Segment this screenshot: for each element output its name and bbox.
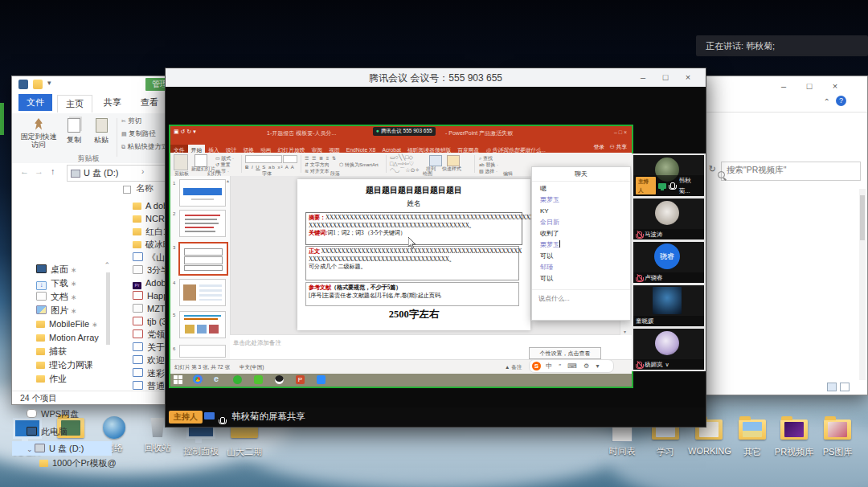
- breadcrumb[interactable]: U 盘 (D:) ›: [67, 165, 173, 182]
- edge-icon[interactable]: e: [214, 374, 219, 383]
- minimize-icon[interactable]: –: [772, 80, 795, 92]
- ppt-quick-access-icons[interactable]: ▣ ↺ ↻ ▾: [174, 129, 196, 135]
- powerpoint-icon[interactable]: P: [296, 375, 305, 384]
- participant-tile[interactable]: 骁睿 卢骁睿: [632, 240, 706, 284]
- ppt-window-controls[interactable]: – □ ×: [614, 129, 627, 135]
- ime-mode-icons[interactable]: 中 ″ ⌨ ⚙ ▾: [546, 362, 601, 370]
- layout-button[interactable]: ▭ 版式 ·: [215, 155, 234, 162]
- ppt-tab-view[interactable]: 视图: [326, 145, 343, 153]
- desktop-icon-ps-library[interactable]: PS图库: [817, 413, 858, 458]
- select-button[interactable]: ▧ 选择 ·: [479, 168, 497, 174]
- paste-button[interactable]: [174, 154, 188, 170]
- sidebar-item-motion-array[interactable]: Motion Array: [36, 331, 99, 345]
- meeting-app-icon[interactable]: [317, 375, 326, 384]
- ppt-login-button[interactable]: 登录: [593, 143, 604, 151]
- sidebar-item-this-pc[interactable]: 此电脑: [27, 425, 68, 439]
- search-input[interactable]: [725, 164, 845, 175]
- text-direction-button[interactable]: ⇵ 文字方向: [305, 162, 330, 168]
- participant-tile[interactable]: 童晓媛: [632, 284, 706, 328]
- participant-tile[interactable]: 杨媚岚 ∨: [632, 327, 706, 371]
- quick-access-icon[interactable]: [33, 80, 43, 89]
- qq-icon[interactable]: [275, 375, 284, 384]
- ppt-tab-baidu[interactable]: 百度网盘: [454, 145, 482, 153]
- ppt-tab-review[interactable]: 审阅: [309, 145, 326, 153]
- tell-me-box[interactable]: ◎ 告诉我你想要做什么...: [482, 145, 549, 153]
- scrollbar[interactable]: [859, 189, 866, 380]
- maximize-icon[interactable]: □: [654, 71, 677, 84]
- search-box[interactable]: [721, 162, 861, 181]
- font-size-box[interactable]: [283, 155, 297, 163]
- close-icon[interactable]: ×: [677, 71, 699, 84]
- list-view-icon[interactable]: [840, 383, 850, 391]
- slide[interactable]: 题目题目题目题目题目题目 姓名 摘要：XXXXXXXXXXXXXXXXXXXXX…: [297, 179, 530, 330]
- scroll-down-icon[interactable]: ▾: [624, 329, 626, 334]
- ppt-tab-design[interactable]: 设计: [223, 145, 240, 153]
- desktop-icon-pr-library[interactable]: PR视频库: [773, 413, 815, 458]
- chevron-down-icon[interactable]: ∨: [665, 359, 669, 370]
- sidebar-item-capture[interactable]: 捕获: [36, 345, 67, 358]
- scroll-up-icon[interactable]: ▴: [227, 178, 229, 183]
- notes-toggle[interactable]: ▲ 备注: [505, 364, 522, 371]
- sidebar-item-theory-course[interactable]: 理论力网课: [36, 358, 93, 372]
- font-name-box[interactable]: [245, 155, 282, 163]
- ppt-tab-animations[interactable]: 动画: [257, 145, 275, 153]
- start-icon[interactable]: [174, 375, 182, 384]
- forward-icon[interactable]: →: [35, 166, 43, 176]
- sidebar-item-mobilefile[interactable]: MobileFile ∗: [36, 317, 98, 332]
- quick-access-dropdown-icon[interactable]: ▾: [47, 79, 51, 87]
- close-icon[interactable]: ×: [824, 80, 846, 92]
- replace-button[interactable]: ab 替换 ·: [479, 162, 498, 168]
- font-style-buttons[interactable]: B I U S ab x² A A: [245, 164, 295, 170]
- minimize-icon[interactable]: –: [632, 71, 654, 84]
- sidebar-item-pr-templates[interactable]: 1000个Pr模板@: [39, 456, 117, 470]
- up-icon[interactable]: ↑: [51, 166, 55, 176]
- participant-tile-host[interactable]: 主持人 韩秋菊...: [632, 153, 706, 198]
- sidebar-item-downloads[interactable]: ↓下载 ∗: [36, 276, 77, 291]
- copy-path-button[interactable]: ▤ 复制路径: [121, 128, 156, 140]
- ppt-tab-insert[interactable]: 插入: [205, 145, 223, 153]
- chat-input[interactable]: [537, 294, 624, 303]
- tab-home[interactable]: 主页: [57, 95, 92, 113]
- tab-file[interactable]: 文件: [18, 94, 52, 111]
- scrollbar-thumb[interactable]: [860, 195, 865, 240]
- search-icon[interactable]: [718, 171, 725, 178]
- desktop-icon-other[interactable]: 其它: [731, 413, 773, 458]
- arrange-icon[interactable]: [429, 155, 442, 166]
- 360-icon[interactable]: [233, 375, 242, 384]
- file-row[interactable]: MZT: [133, 303, 166, 315]
- sidebar-item-usb-drive[interactable]: ⌄ U 盘 (D:): [27, 442, 84, 456]
- ppt-tab-file[interactable]: 文件: [170, 145, 188, 153]
- slide-thumbnail-3-selected[interactable]: [178, 242, 228, 276]
- slide-thumbnail-4[interactable]: [179, 279, 226, 306]
- participant-tile[interactable]: 马波涛: [632, 197, 706, 241]
- slide-thumbnail-1[interactable]: [179, 179, 226, 207]
- sidebar-item-pictures[interactable]: 图片 ∗: [36, 304, 77, 318]
- ppt-tab-slideshow[interactable]: 幻灯片放映: [275, 145, 309, 153]
- tab-view[interactable]: 查看: [133, 94, 166, 111]
- paste-shortcut-button[interactable]: ⧉ 粘贴快捷方式: [121, 141, 168, 153]
- ppt-tab-acrobat[interactable]: Acrobat: [379, 145, 403, 153]
- column-header-name[interactable]: 名称: [136, 182, 154, 194]
- refresh-icon[interactable]: ↻: [709, 164, 716, 174]
- wechat-icon[interactable]: [254, 375, 263, 384]
- ribbon-collapse-icon[interactable]: ⌃: [824, 97, 830, 106]
- slide-thumbnail-6[interactable]: [179, 345, 226, 358]
- ppt-tab-home[interactable]: 开始: [188, 145, 206, 153]
- scroll-up-icon[interactable]: ⌃: [104, 261, 110, 269]
- reset-button[interactable]: ↺ 重置: [215, 162, 231, 168]
- ppt-share-button[interactable]: ⚇ 共享: [609, 143, 627, 151]
- cut-button[interactable]: ✂ 剪切: [121, 115, 141, 127]
- tab-share[interactable]: 共享: [96, 94, 129, 111]
- list-align-buttons[interactable]: ☰ ☰ ≣ ≡ ⇅: [305, 155, 337, 162]
- help-icon[interactable]: ?: [836, 96, 846, 106]
- details-view-icon[interactable]: [827, 383, 837, 391]
- quick-styles-icon[interactable]: [447, 155, 460, 166]
- sidebar-item-desktop[interactable]: 桌面 ∗: [36, 263, 77, 277]
- sogou-input-bar[interactable]: S 中 ″ ⌨ ⚙ ▾: [529, 359, 614, 373]
- sidebar-item-homework[interactable]: 作业: [36, 372, 67, 386]
- sidebar-item-documents[interactable]: 文档 ∗: [36, 290, 77, 305]
- ppt-tab-foxit[interactable]: 福昕阅读器领鲜版: [404, 145, 454, 153]
- back-icon[interactable]: ←: [20, 166, 29, 176]
- pin-to-quick-access-button[interactable]: 固定到快速访问: [20, 117, 57, 160]
- ppt-tab-transitions[interactable]: 切换: [240, 145, 257, 153]
